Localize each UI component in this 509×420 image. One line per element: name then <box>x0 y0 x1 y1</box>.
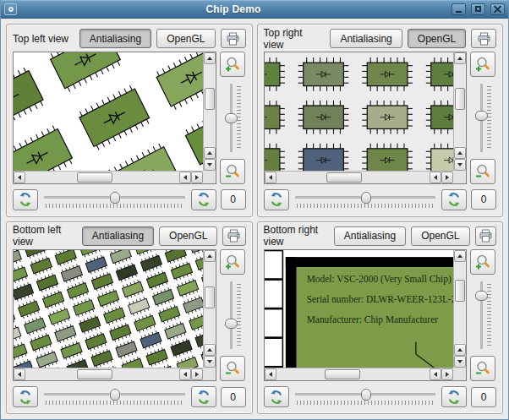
scroll-up-button[interactable] <box>204 147 216 159</box>
zoom-slider-handle[interactable] <box>475 291 488 301</box>
graphics-view[interactable] <box>13 249 216 382</box>
print-button[interactable] <box>471 29 496 48</box>
zoom-in-button[interactable] <box>220 52 245 77</box>
rotate-slider-handle[interactable] <box>361 389 371 401</box>
antialiasing-toggle-button[interactable]: Antialiasing <box>334 226 406 246</box>
scroll-up-button[interactable] <box>204 344 216 356</box>
rotate-right-button[interactable] <box>441 386 467 407</box>
horizontal-scroll-thumb[interactable] <box>325 369 360 379</box>
scroll-down-button[interactable] <box>454 159 466 171</box>
rotate-slider[interactable] <box>293 386 438 407</box>
vertical-scrollbar[interactable] <box>453 250 466 368</box>
antialiasing-toggle-button[interactable]: Antialiasing <box>330 29 402 48</box>
scroll-down-button[interactable] <box>204 159 216 171</box>
rotate-slider-handle[interactable] <box>361 192 371 204</box>
arrow-left-icon <box>434 175 437 180</box>
rotate-spinbox[interactable]: 0 <box>221 387 246 407</box>
minimize-button[interactable] <box>452 3 466 15</box>
horizontal-scrollbar[interactable] <box>14 171 203 183</box>
close-button[interactable] <box>490 3 505 15</box>
zoom-slider[interactable] <box>471 279 495 352</box>
maximize-button[interactable] <box>471 3 485 15</box>
panel-title: Bottom left view <box>13 224 77 248</box>
horizontal-scroll-thumb[interactable] <box>77 172 112 183</box>
graphics-view[interactable] <box>264 52 468 184</box>
zoom-slider-handle[interactable] <box>225 319 238 329</box>
antialiasing-toggle-button[interactable]: Antialiasing <box>82 226 154 246</box>
print-button[interactable] <box>222 226 245 246</box>
zoom-slider-handle[interactable] <box>225 113 238 123</box>
vertical-scrollbar[interactable] <box>203 52 216 171</box>
horizontal-scrollbar[interactable] <box>265 368 454 380</box>
opengl-toggle-button[interactable]: OpenGL <box>408 29 466 48</box>
scroll-left-button[interactable] <box>265 172 276 183</box>
scroll-right-button[interactable] <box>191 368 203 380</box>
vertical-scrollbar[interactable] <box>453 52 466 171</box>
rotate-left-button[interactable] <box>13 386 38 407</box>
zoom-slider[interactable] <box>471 81 495 155</box>
titlebar[interactable]: Chip Demo <box>1 0 508 19</box>
scroll-up-button[interactable] <box>204 52 216 64</box>
scroll-up-button[interactable] <box>204 250 216 262</box>
vertical-scroll-thumb[interactable] <box>205 286 215 308</box>
opengl-toggle-button[interactable]: OpenGL <box>411 226 469 246</box>
zoom-slider[interactable] <box>221 81 244 155</box>
horizontal-scroll-thumb[interactable] <box>326 172 362 183</box>
rotate-slider-handle[interactable] <box>110 192 120 204</box>
graphics-view[interactable]: Model: VSC-2000 (Very Small Chip) at 9Se… <box>264 249 468 382</box>
rotate-spinbox[interactable]: 0 <box>471 387 496 407</box>
arrow-down-icon <box>457 360 462 363</box>
vertical-scroll-thumb[interactable] <box>455 88 465 110</box>
vertical-scrollbar[interactable] <box>203 250 216 368</box>
vertical-scroll-thumb[interactable] <box>205 88 215 110</box>
zoom-in-button[interactable] <box>220 249 245 275</box>
graphics-view[interactable] <box>13 52 216 184</box>
vertical-scroll-thumb[interactable] <box>455 280 465 302</box>
scroll-left-button[interactable] <box>14 172 25 183</box>
scroll-down-button[interactable] <box>454 356 466 368</box>
rotate-spinbox[interactable]: 0 <box>221 189 246 210</box>
scroll-left-button[interactable] <box>430 172 441 183</box>
rotate-slider[interactable] <box>42 386 187 407</box>
rotate-slider[interactable] <box>293 189 438 210</box>
scroll-up-button[interactable] <box>454 52 466 64</box>
scroll-left-button[interactable] <box>179 172 191 183</box>
rotate-right-button[interactable] <box>191 189 216 210</box>
scroll-right-button[interactable] <box>441 172 453 183</box>
antialiasing-toggle-button[interactable]: Antialiasing <box>79 29 151 48</box>
horizontal-scroll-thumb[interactable] <box>77 369 112 379</box>
scroll-right-button[interactable] <box>191 172 203 183</box>
rotate-slider-handle[interactable] <box>110 389 120 401</box>
opengl-toggle-button[interactable]: OpenGL <box>156 29 215 48</box>
rotate-left-button[interactable] <box>13 189 38 210</box>
zoom-slider[interactable] <box>221 279 244 352</box>
rotate-right-button[interactable] <box>441 189 467 210</box>
scroll-left-button[interactable] <box>179 368 191 380</box>
scroll-up-button[interactable] <box>454 147 466 159</box>
window-menu-icon[interactable] <box>4 3 17 15</box>
opengl-toggle-button[interactable]: OpenGL <box>159 226 217 246</box>
rotate-left-button[interactable] <box>264 386 289 407</box>
rotate-spinbox[interactable]: 0 <box>471 189 496 210</box>
zoom-in-button[interactable] <box>470 249 495 275</box>
scroll-left-button[interactable] <box>430 368 441 380</box>
horizontal-scrollbar[interactable] <box>14 368 203 380</box>
scroll-left-button[interactable] <box>14 368 25 380</box>
scroll-down-button[interactable] <box>204 356 216 368</box>
rotate-right-button[interactable] <box>191 386 216 407</box>
scroll-left-button[interactable] <box>265 368 276 380</box>
scroll-up-button[interactable] <box>454 344 466 356</box>
scroll-up-button[interactable] <box>454 250 466 262</box>
horizontal-scrollbar[interactable] <box>265 171 454 183</box>
zoom-out-button[interactable] <box>470 356 495 381</box>
zoom-out-button[interactable] <box>220 159 245 184</box>
zoom-slider-handle[interactable] <box>475 111 488 121</box>
zoom-out-button[interactable] <box>220 356 245 381</box>
rotate-left-button[interactable] <box>264 189 289 210</box>
scroll-right-button[interactable] <box>441 368 453 380</box>
zoom-in-button[interactable] <box>470 52 495 77</box>
print-button[interactable] <box>475 226 497 246</box>
print-button[interactable] <box>221 29 246 48</box>
zoom-out-button[interactable] <box>470 159 495 184</box>
rotate-slider[interactable] <box>42 189 187 210</box>
